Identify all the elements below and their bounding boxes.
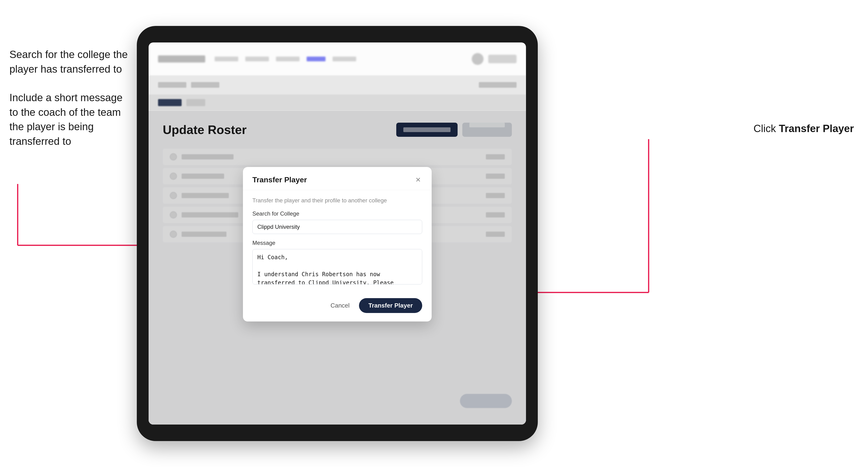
modal-overlay: Transfer Player ✕ Transfer the player an… <box>149 111 526 425</box>
subnav-item-1 <box>158 82 186 88</box>
modal-footer: Cancel Transfer Player <box>243 292 432 321</box>
screen-content: Update Roster <box>149 111 526 425</box>
nav-logo <box>158 55 205 63</box>
message-textarea[interactable] <box>252 249 422 284</box>
subnav <box>149 75 526 94</box>
search-college-label: Search for College <box>252 210 422 217</box>
nav-link-3 <box>276 57 300 61</box>
modal-header: Transfer Player ✕ <box>243 167 432 190</box>
nav-link-active <box>307 57 326 61</box>
transfer-player-button[interactable]: Transfer Player <box>359 298 422 313</box>
nav-btn <box>488 55 517 63</box>
tablet-frame: Update Roster <box>137 26 538 441</box>
annotation-transfer-bold: Transfer Player <box>779 123 854 134</box>
modal-title: Transfer Player <box>252 176 307 184</box>
transfer-player-modal: Transfer Player ✕ Transfer the player an… <box>243 167 432 321</box>
nav-link-2 <box>245 57 269 61</box>
annotation-right: Click Transfer Player <box>753 123 854 134</box>
tab-1 <box>186 99 205 106</box>
nav-bar <box>149 42 526 75</box>
annotation-left: Search for the college the player has tr… <box>9 47 132 149</box>
modal-body: Transfer the player and their profile to… <box>243 190 432 292</box>
message-label: Message <box>252 240 422 246</box>
annotation-click-text: Click <box>753 123 779 134</box>
tablet-screen: Update Roster <box>149 42 526 425</box>
nav-right <box>472 53 517 65</box>
modal-close-button[interactable]: ✕ <box>414 176 422 184</box>
nav-link-5 <box>333 57 356 61</box>
modal-description: Transfer the player and their profile to… <box>252 197 422 204</box>
nav-links <box>215 57 356 61</box>
subnav-item-right <box>479 82 517 88</box>
nav-link-1 <box>215 57 238 61</box>
tab-bar <box>149 94 526 111</box>
cancel-button[interactable]: Cancel <box>326 299 354 312</box>
subnav-item-2 <box>191 82 219 88</box>
nav-avatar <box>472 53 484 65</box>
annotation-message-text: Include a short message to the coach of … <box>9 90 132 148</box>
search-college-input[interactable] <box>252 220 422 234</box>
tab-active <box>158 99 182 106</box>
annotation-search-text: Search for the college the player has tr… <box>9 47 132 76</box>
